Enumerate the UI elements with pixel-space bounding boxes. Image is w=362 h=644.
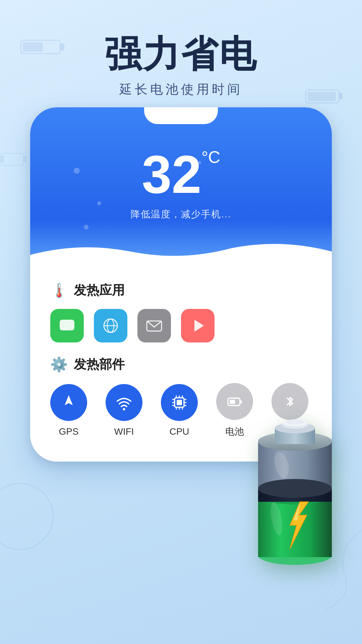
component-wifi[interactable]: WIFI bbox=[106, 384, 142, 437]
battery-3d-image bbox=[238, 415, 352, 570]
sub-title: 延长电池使用时间 bbox=[0, 81, 362, 98]
hot-apps-header: 🌡️ 发热应用 bbox=[50, 282, 312, 299]
app-icon-browser[interactable] bbox=[94, 309, 127, 342]
phone-frame: 32°C 降低温度，减少手机... 🌡️ 发热应用 bbox=[30, 107, 332, 462]
svg-rect-9 bbox=[60, 320, 74, 330]
svg-rect-34 bbox=[230, 400, 235, 404]
bg-circle-decoration bbox=[0, 483, 54, 550]
svg-marker-15 bbox=[194, 320, 204, 332]
wifi-label: WIFI bbox=[114, 426, 134, 437]
bg-battery-icon-3 bbox=[0, 151, 30, 168]
app-icon-messages[interactable] bbox=[50, 309, 84, 342]
hot-apps-icon: 🌡️ bbox=[50, 282, 68, 299]
hot-components-title: 发热部件 bbox=[74, 356, 125, 373]
svg-point-41 bbox=[258, 479, 332, 498]
temperature-value: 32 bbox=[142, 148, 201, 201]
hot-components-icon: ⚙️ bbox=[50, 356, 68, 373]
temperature-display: 32°C 降低温度，减少手机... bbox=[30, 148, 332, 221]
svg-point-48 bbox=[286, 419, 304, 425]
main-title: 强力省电 bbox=[0, 34, 362, 74]
hot-apps-row bbox=[50, 309, 312, 342]
component-cpu[interactable]: CPU bbox=[161, 384, 198, 437]
gps-circle bbox=[50, 384, 87, 421]
svg-marker-16 bbox=[65, 395, 73, 405]
cpu-circle bbox=[161, 384, 198, 421]
wifi-circle bbox=[106, 384, 142, 421]
bubble-4 bbox=[84, 225, 88, 229]
temperature-description: 降低温度，减少手机... bbox=[30, 208, 332, 221]
hot-apps-title: 发热应用 bbox=[74, 282, 125, 299]
header-section: 强力省电 延长电池使用时间 bbox=[0, 0, 362, 111]
phone-notch bbox=[144, 107, 218, 124]
phone-screen-top: 32°C 降低温度，减少手机... bbox=[30, 107, 332, 268]
cpu-label: CPU bbox=[169, 426, 189, 437]
temperature-unit: °C bbox=[201, 148, 220, 167]
wave-decoration bbox=[30, 235, 332, 268]
svg-point-17 bbox=[123, 408, 125, 411]
hot-components-header: ⚙️ 发热部件 bbox=[50, 356, 312, 373]
app-icon-other[interactable] bbox=[181, 309, 215, 342]
gps-label: GPS bbox=[59, 426, 78, 437]
app-icon-mail[interactable] bbox=[137, 309, 171, 342]
svg-rect-7 bbox=[23, 156, 26, 162]
component-gps[interactable]: GPS bbox=[50, 384, 87, 437]
svg-rect-8 bbox=[0, 155, 4, 163]
svg-rect-19 bbox=[177, 400, 182, 405]
svg-rect-33 bbox=[240, 400, 242, 403]
phone-mockup: 32°C 降低温度，减少手机... 🌡️ 发热应用 bbox=[30, 107, 332, 462]
